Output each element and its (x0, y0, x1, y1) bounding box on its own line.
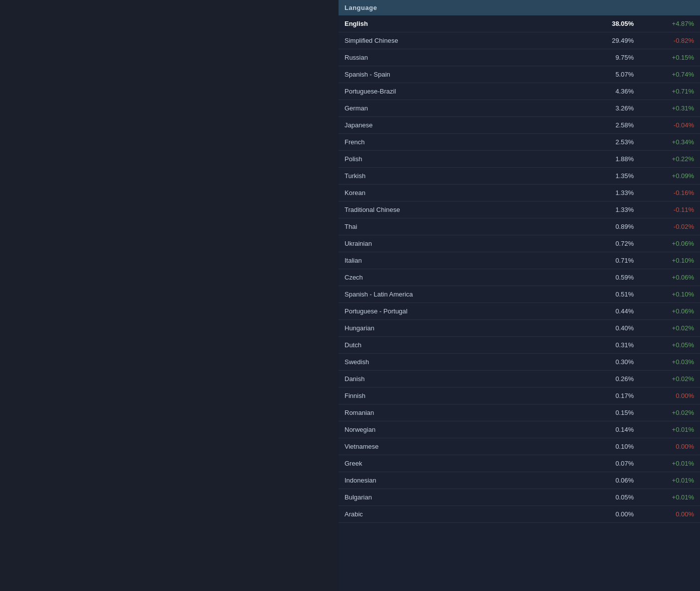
table-row[interactable]: Thai0.89%-0.02% (339, 218, 700, 235)
table-row[interactable]: Hungarian0.40%+0.02% (339, 320, 700, 337)
lang-percent: 1.33% (565, 185, 640, 201)
table-row[interactable]: Danish0.26%+0.02% (339, 371, 700, 388)
lang-change: +0.31% (640, 100, 700, 117)
lang-name: Turkish (339, 168, 565, 185)
lang-percent: 1.35% (565, 168, 640, 185)
lang-percent: 38.05% (565, 15, 640, 32)
table-row[interactable]: Arabic0.00%0.00% (339, 506, 700, 523)
lang-percent: 0.14% (565, 421, 640, 438)
lang-name: Indonesian (339, 472, 565, 489)
lang-change: +0.01% (640, 421, 700, 438)
table-row[interactable]: Swedish0.30%+0.03% (339, 354, 700, 371)
table-row[interactable]: Korean1.33%-0.16% (339, 185, 700, 201)
lang-percent: 3.26% (565, 100, 640, 117)
table-row[interactable]: Turkish1.35%+0.09% (339, 168, 700, 185)
lang-change: +0.06% (640, 269, 700, 286)
table-row[interactable]: Finnish0.17%0.00% (339, 388, 700, 404)
table-row[interactable]: Japanese2.58%-0.04% (339, 117, 700, 134)
lang-change: +0.34% (640, 134, 700, 151)
table-row[interactable]: Spanish - Spain5.07%+0.74% (339, 66, 700, 83)
lang-percent: 0.40% (565, 320, 640, 337)
table-row[interactable]: Indonesian0.06%+0.01% (339, 472, 700, 489)
section-header: Language (339, 0, 700, 15)
lang-change: 0.00% (640, 506, 700, 523)
table-row[interactable]: Russian9.75%+0.15% (339, 49, 700, 66)
lang-name: Russian (339, 49, 565, 66)
table-row[interactable]: Portuguese - Portugal0.44%+0.06% (339, 303, 700, 320)
lang-change: 0.00% (640, 388, 700, 404)
lang-percent: 0.59% (565, 269, 640, 286)
table-row[interactable]: Bulgarian0.05%+0.01% (339, 489, 700, 506)
lang-change: -0.11% (640, 201, 700, 218)
page-wrapper: Language English38.05%+4.87%Simplified C… (0, 0, 700, 591)
lang-name: Korean (339, 185, 565, 201)
lang-name: Norwegian (339, 421, 565, 438)
lang-change: +0.71% (640, 83, 700, 100)
lang-percent: 0.17% (565, 388, 640, 404)
lang-change: +0.05% (640, 337, 700, 354)
lang-name: Greek (339, 455, 565, 472)
lang-change: +0.15% (640, 49, 700, 66)
table-row[interactable]: Traditional Chinese1.33%-0.11% (339, 201, 700, 218)
lang-name: French (339, 134, 565, 151)
lang-name: Romanian (339, 404, 565, 421)
table-row[interactable]: Ukrainian0.72%+0.06% (339, 235, 700, 252)
lang-change: +0.10% (640, 286, 700, 303)
lang-change: -0.16% (640, 185, 700, 201)
lang-percent: 0.51% (565, 286, 640, 303)
lang-name: English (339, 15, 565, 32)
lang-change: +0.06% (640, 235, 700, 252)
lang-name: Bulgarian (339, 489, 565, 506)
lang-change: +0.01% (640, 472, 700, 489)
lang-name: Arabic (339, 506, 565, 523)
lang-percent: 29.49% (565, 32, 640, 49)
lang-change: +0.01% (640, 489, 700, 506)
lang-change: +0.06% (640, 303, 700, 320)
table-row[interactable]: English38.05%+4.87% (339, 15, 700, 32)
lang-percent: 1.33% (565, 201, 640, 218)
table-row[interactable]: Norwegian0.14%+0.01% (339, 421, 700, 438)
table-row[interactable]: Vietnamese0.10%0.00% (339, 438, 700, 455)
lang-percent: 0.72% (565, 235, 640, 252)
table-row[interactable]: French2.53%+0.34% (339, 134, 700, 151)
table-row[interactable]: Italian0.71%+0.10% (339, 252, 700, 269)
lang-name: Portuguese-Brazil (339, 83, 565, 100)
lang-name: Danish (339, 371, 565, 388)
table-row[interactable]: Spanish - Latin America0.51%+0.10% (339, 286, 700, 303)
table-row[interactable]: German3.26%+0.31% (339, 100, 700, 117)
table-row[interactable]: Czech0.59%+0.06% (339, 269, 700, 286)
lang-percent: 5.07% (565, 66, 640, 83)
table-row[interactable]: Romanian0.15%+0.02% (339, 404, 700, 421)
lang-change: +0.22% (640, 151, 700, 168)
lang-change: +0.03% (640, 354, 700, 371)
table-row[interactable]: Polish1.88%+0.22% (339, 151, 700, 168)
lang-change: +0.02% (640, 371, 700, 388)
lang-name: Traditional Chinese (339, 201, 565, 218)
lang-name: Swedish (339, 354, 565, 371)
table-row[interactable]: Simplified Chinese29.49%-0.82% (339, 32, 700, 49)
table-row[interactable]: Portuguese-Brazil4.36%+0.71% (339, 83, 700, 100)
lang-name: Spanish - Latin America (339, 286, 565, 303)
table-row[interactable]: Greek0.07%+0.01% (339, 455, 700, 472)
lang-change: 0.00% (640, 438, 700, 455)
lang-percent: 0.05% (565, 489, 640, 506)
lang-change: +0.02% (640, 320, 700, 337)
lang-change: -0.02% (640, 218, 700, 235)
lang-change: +0.10% (640, 252, 700, 269)
lang-percent: 0.10% (565, 438, 640, 455)
lang-percent: 9.75% (565, 49, 640, 66)
lang-name: Ukrainian (339, 235, 565, 252)
lang-percent: 4.36% (565, 83, 640, 100)
lang-name: Simplified Chinese (339, 32, 565, 49)
lang-percent: 0.44% (565, 303, 640, 320)
lang-change: +0.01% (640, 455, 700, 472)
lang-change: -0.04% (640, 117, 700, 134)
section-title: Language (345, 4, 377, 11)
lang-percent: 2.53% (565, 134, 640, 151)
lang-percent: 0.31% (565, 337, 640, 354)
lang-name: Finnish (339, 388, 565, 404)
lang-change: -0.82% (640, 32, 700, 49)
table-row[interactable]: Dutch0.31%+0.05% (339, 337, 700, 354)
lang-percent: 0.30% (565, 354, 640, 371)
right-panel: Language English38.05%+4.87%Simplified C… (339, 0, 700, 591)
